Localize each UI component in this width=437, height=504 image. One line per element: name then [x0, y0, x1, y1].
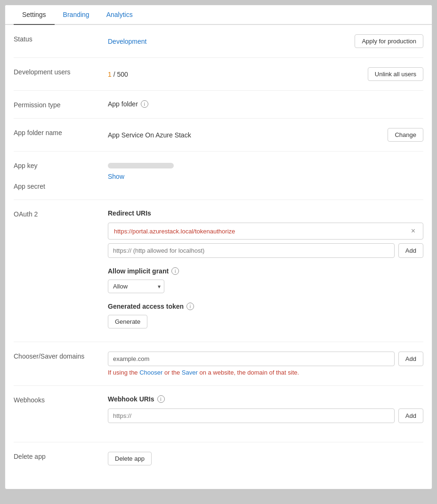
redirect-uri-entry: https://portal.azurestack.local/tokenaut…: [108, 223, 423, 240]
generated-token-info-icon: i: [186, 303, 194, 310]
app-folder-name-value: App Service On Azure Stack: [108, 131, 388, 139]
app-secret-label-text: App secret: [14, 183, 108, 190]
generated-token-section: Generated access token i Generate: [108, 303, 423, 328]
chooser-saver-label: Chooser/Saver domains: [14, 352, 108, 360]
app-key-secret-row: App key App secret Show: [14, 152, 423, 200]
dev-users-content: 1 / 500 Unlink all users: [108, 67, 423, 81]
app-key-label-text: App key: [14, 162, 108, 169]
domain-hint-text: If using the: [108, 369, 139, 376]
unlink-all-users-button[interactable]: Unlink all users: [368, 67, 423, 81]
dev-users-row: Development users 1 / 500 Unlink all use…: [14, 58, 423, 91]
remove-redirect-uri-button[interactable]: ×: [409, 227, 417, 235]
dev-users-label: Development users: [14, 67, 108, 76]
domain-hint: If using the Chooser or the Saver on a w…: [108, 369, 423, 376]
change-app-folder-button[interactable]: Change: [388, 128, 423, 142]
permission-type-row: Permission type App folder i: [14, 91, 423, 119]
app-key-blurred-value: [108, 163, 174, 168]
oauth2-label: OAuth 2: [14, 209, 108, 218]
permission-type-info-icon: i: [141, 100, 148, 108]
redirect-uris-title: Redirect URIs: [108, 209, 423, 217]
status-label: Status: [14, 34, 108, 43]
webhooks-content: Webhook URIs i Add: [108, 395, 423, 432]
app-folder-name-content: App Service On Azure Stack Change: [108, 128, 423, 142]
app-folder-name-label: App folder name: [14, 128, 108, 136]
generate-token-button[interactable]: Generate: [108, 315, 147, 328]
dev-users-count-highlight: 1: [108, 71, 112, 78]
allow-implicit-title: Allow implicit grant: [108, 267, 169, 275]
webhook-uri-input[interactable]: [108, 408, 395, 423]
delete-app-row: Delete app Delete app: [14, 442, 423, 475]
webhook-uris-title: Webhook URIs: [108, 395, 154, 403]
delete-app-content: Delete app: [108, 452, 423, 465]
delete-app-label: Delete app: [14, 452, 108, 460]
chooser-saver-row: Chooser/Saver domains Add If using the C…: [14, 342, 423, 386]
permission-type-label: Permission type: [14, 100, 108, 109]
generated-token-title: Generated access token: [108, 303, 184, 310]
domain-hint-mid: or the: [162, 369, 181, 376]
tab-bar: Settings Branding Analytics: [5, 5, 432, 25]
webhooks-row: Webhooks Webhook URIs i Add: [14, 386, 423, 442]
dev-users-value: 1 / 500: [108, 71, 368, 78]
chooser-saver-domain-input[interactable]: [108, 352, 395, 366]
webhook-info-icon: i: [157, 395, 165, 403]
delete-app-button[interactable]: Delete app: [108, 452, 152, 465]
status-content: Development Apply for production: [108, 34, 423, 48]
add-domain-button[interactable]: Add: [398, 352, 423, 366]
allow-implicit-select[interactable]: Allow Deny: [108, 280, 164, 293]
redirect-uri-value: https://portal.azurestack.local/tokenaut…: [114, 228, 409, 235]
add-webhook-button[interactable]: Add: [398, 408, 423, 423]
show-app-secret-link[interactable]: Show: [108, 173, 423, 180]
apply-for-production-button[interactable]: Apply for production: [355, 34, 423, 48]
webhook-input-row: Add: [108, 408, 423, 423]
permission-type-content: App folder i: [108, 100, 423, 108]
status-value: Development: [108, 38, 355, 45]
tab-branding[interactable]: Branding: [55, 5, 98, 25]
app-key-content: Show: [108, 161, 423, 180]
allow-implicit-select-wrapper: Allow Deny ▾: [108, 280, 164, 293]
dev-users-total: / 500: [113, 71, 128, 78]
oauth2-content: Redirect URIs https://portal.azurestack.…: [108, 209, 423, 332]
uri-input-row: Add: [108, 243, 423, 258]
tab-settings[interactable]: Settings: [14, 5, 55, 25]
chooser-link[interactable]: Chooser: [139, 369, 162, 376]
oauth2-row: OAuth 2 Redirect URIs https://portal.azu…: [14, 200, 423, 342]
domain-input-row: Add: [108, 352, 423, 366]
add-redirect-uri-button[interactable]: Add: [398, 243, 423, 258]
status-row: Status Development Apply for production: [14, 25, 423, 58]
chooser-saver-content: Add If using the Chooser or the Saver on…: [108, 352, 423, 376]
content-area: Status Development Apply for production …: [5, 25, 432, 489]
permission-type-value: App folder: [108, 100, 138, 108]
app-folder-name-row: App folder name App Service On Azure Sta…: [14, 119, 423, 152]
saver-link[interactable]: Saver: [182, 369, 198, 376]
app-key-label: App key App secret: [14, 161, 108, 190]
webhooks-label: Webhooks: [14, 395, 108, 404]
redirect-uri-input[interactable]: [108, 243, 395, 258]
allow-implicit-info-icon: i: [171, 267, 179, 275]
app-window: Settings Branding Analytics Status Devel…: [5, 5, 432, 489]
allow-implicit-section: Allow implicit grant i Allow Deny ▾: [108, 267, 423, 293]
tab-analytics[interactable]: Analytics: [98, 5, 141, 25]
domain-hint-end: on a website, the domain of that site.: [198, 369, 299, 376]
